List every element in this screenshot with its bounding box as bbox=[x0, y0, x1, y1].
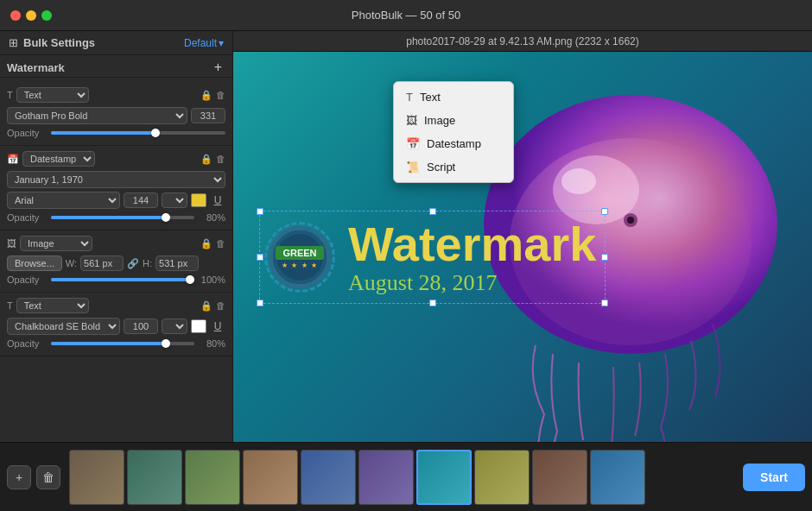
svg-point-5 bbox=[627, 217, 634, 224]
thumb-6[interactable] bbox=[358, 450, 414, 505]
thumb-2[interactable] bbox=[127, 450, 182, 505]
lock-icon-2[interactable]: 🔒 bbox=[200, 154, 213, 165]
script-dropdown-icon: 📜 bbox=[406, 161, 420, 173]
height-label: H: bbox=[143, 258, 152, 268]
thumb-3[interactable] bbox=[185, 450, 240, 505]
size-unit-2[interactable]: ▾ bbox=[162, 192, 187, 208]
opacity-row-1: Opacity bbox=[7, 128, 225, 138]
dropdown-item-image[interactable]: 🖼 Image bbox=[394, 109, 513, 132]
handle-tm[interactable] bbox=[429, 208, 436, 215]
watermark-section-label: Watermark bbox=[7, 61, 65, 74]
start-button[interactable]: Start bbox=[743, 464, 805, 491]
watermark-text: Watermark bbox=[348, 220, 596, 268]
sidebar-header: ⊞ Bulk Settings Default ▾ bbox=[0, 31, 232, 55]
font-size-1[interactable] bbox=[191, 108, 225, 123]
browse-button[interactable]: Browse... bbox=[7, 256, 62, 271]
opacity-row-4: Opacity 80% bbox=[7, 338, 225, 349]
lock-icon-3[interactable]: 🔒 bbox=[200, 238, 213, 249]
remove-photo-button[interactable]: 🗑 bbox=[36, 465, 60, 489]
trash-icon-2[interactable]: 🗑 bbox=[216, 154, 225, 164]
opacity-label-1: Opacity bbox=[7, 128, 46, 138]
datestamp-dropdown-icon: 📅 bbox=[406, 137, 420, 150]
trash-icon-3[interactable]: 🗑 bbox=[216, 238, 225, 249]
handle-tl[interactable] bbox=[257, 208, 263, 215]
close-button[interactable] bbox=[10, 10, 21, 21]
svg-point-3 bbox=[561, 168, 596, 194]
dropdown-item-datestamp[interactable]: 📅 Datestamp bbox=[394, 132, 513, 155]
underline-btn-2[interactable]: U bbox=[210, 194, 225, 206]
font-row-1: Gotham Pro Bold bbox=[7, 107, 225, 124]
opacity-pct-3: 100% bbox=[200, 274, 225, 285]
font-select-1[interactable]: Gotham Pro Bold bbox=[7, 107, 187, 124]
section-header-4: T TextImageDatestampScript 🔒 🗑 bbox=[7, 298, 225, 313]
opacity-row-2: Opacity 80% bbox=[7, 212, 225, 223]
font-size-4[interactable] bbox=[124, 319, 158, 334]
handle-rm[interactable] bbox=[601, 254, 608, 261]
text-section-1: T TextImageDatestampScript 🔒 🗑 Gotham Pr… bbox=[0, 82, 232, 146]
thumb-5[interactable] bbox=[301, 450, 356, 505]
opacity-slider-1[interactable] bbox=[51, 131, 225, 135]
handle-lm[interactable] bbox=[257, 254, 263, 261]
add-watermark-button[interactable]: + bbox=[211, 60, 225, 75]
cal-icon-2: 📅 bbox=[7, 154, 19, 165]
titlebar: PhotoBulk — 50 of 50 bbox=[0, 0, 812, 31]
maximize-button[interactable] bbox=[41, 10, 52, 21]
main-layout: ⊞ Bulk Settings Default ▾ Watermark + T … bbox=[0, 31, 812, 442]
trash-icon-1[interactable]: 🗑 bbox=[216, 90, 225, 100]
font-row-4: Chalkboard SE Bold ▾ U bbox=[7, 318, 225, 335]
thumb-9[interactable] bbox=[532, 450, 587, 505]
sidebar: ⊞ Bulk Settings Default ▾ Watermark + T … bbox=[0, 31, 233, 442]
opacity-pct-2: 80% bbox=[200, 212, 225, 223]
lock-icon-1[interactable]: 🔒 bbox=[200, 90, 213, 101]
font-row-2: Arial ▾ U bbox=[7, 192, 225, 209]
film-thumbnails bbox=[69, 450, 734, 505]
thumb-8[interactable] bbox=[474, 450, 530, 505]
content-area: photo2017-08-29 at 9.42.13 AM.png (2232 … bbox=[233, 31, 812, 442]
thumb-10[interactable] bbox=[590, 450, 645, 505]
badge-circle: GREEN ★ ★ ★ ★ bbox=[269, 226, 331, 288]
opacity-slider-4[interactable] bbox=[51, 342, 194, 345]
handle-bm[interactable] bbox=[429, 300, 436, 306]
image-preview: GREEN ★ ★ ★ ★ Watermark August 28, 2017 bbox=[233, 52, 812, 442]
opacity-slider-3[interactable] bbox=[51, 278, 194, 281]
opacity-label-4: Opacity bbox=[7, 338, 46, 349]
color-swatch-2[interactable] bbox=[191, 193, 206, 207]
font-select-2[interactable]: Arial bbox=[7, 192, 120, 209]
thumb-7-active[interactable] bbox=[416, 450, 472, 505]
watermark-container[interactable]: GREEN ★ ★ ★ ★ Watermark August 28, 2017 bbox=[259, 211, 606, 304]
minimize-button[interactable] bbox=[26, 10, 36, 21]
date-select[interactable]: January 1, 1970 bbox=[7, 171, 225, 188]
type-select-2[interactable]: DatestampTextImageScript bbox=[22, 151, 95, 167]
opacity-label-3: Opacity bbox=[7, 274, 46, 285]
size-unit-4[interactable]: ▾ bbox=[162, 319, 187, 334]
handle-br[interactable] bbox=[601, 300, 608, 306]
font-size-2[interactable] bbox=[124, 192, 158, 208]
width-label: W: bbox=[66, 258, 77, 268]
underline-btn-4[interactable]: U bbox=[210, 320, 225, 332]
dropdown-item-script[interactable]: 📜 Script bbox=[394, 155, 513, 179]
datestamp-section: 📅 DatestampTextImageScript 🔒 🗑 January 1… bbox=[0, 146, 232, 230]
lock-icon-4[interactable]: 🔒 bbox=[200, 300, 213, 312]
opacity-pct-4: 80% bbox=[200, 338, 225, 349]
default-dropdown[interactable]: Default ▾ bbox=[184, 37, 224, 49]
font-select-4[interactable]: Chalkboard SE Bold bbox=[7, 318, 120, 335]
opacity-label-2: Opacity bbox=[7, 212, 46, 223]
width-input[interactable] bbox=[80, 256, 124, 271]
height-input[interactable] bbox=[155, 256, 199, 271]
trash-icon-4[interactable]: 🗑 bbox=[216, 300, 225, 311]
thumb-4[interactable] bbox=[243, 450, 298, 505]
image-title: photo2017-08-29 at 9.42.13 AM.png (2232 … bbox=[406, 35, 639, 47]
thumb-1[interactable] bbox=[69, 450, 124, 505]
type-select-1[interactable]: TextImageDatestampScript bbox=[16, 87, 89, 103]
content-header: photo2017-08-29 at 9.42.13 AM.png (2232 … bbox=[233, 31, 812, 52]
section-header-2: 📅 DatestampTextImageScript 🔒 🗑 bbox=[7, 151, 225, 167]
dropdown-item-text[interactable]: T Text bbox=[394, 85, 513, 109]
handle-bl[interactable] bbox=[257, 300, 263, 306]
section-header-1: T TextImageDatestampScript 🔒 🗑 bbox=[7, 87, 225, 103]
opacity-slider-2[interactable] bbox=[51, 216, 194, 219]
handle-tr[interactable] bbox=[601, 208, 608, 215]
type-select-4[interactable]: TextImageDatestampScript bbox=[16, 298, 89, 313]
add-photo-button[interactable]: + bbox=[7, 465, 31, 489]
type-select-3[interactable]: ImageTextDatestampScript bbox=[20, 236, 92, 251]
color-swatch-4[interactable] bbox=[191, 319, 206, 333]
